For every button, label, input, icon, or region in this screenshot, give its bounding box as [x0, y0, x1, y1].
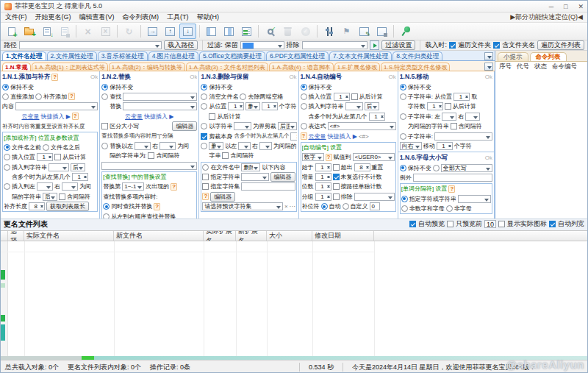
clear-name-radio[interactable] — [201, 93, 207, 100]
insert-pos-spinner[interactable]: 1 — [37, 153, 53, 161]
table-edit-icon[interactable] — [356, 24, 373, 39]
spec-string-checkbox[interactable] — [202, 174, 209, 180]
replacement-combo[interactable] — [101, 162, 197, 170]
right-string-combo[interactable] — [159, 142, 176, 150]
target-string-combo[interactable] — [345, 102, 363, 110]
pin-icon[interactable] — [397, 24, 414, 39]
menu-start-rename[interactable]: 开始更名(G) — [35, 13, 71, 22]
find-combo[interactable] — [123, 93, 197, 101]
path-input[interactable] — [19, 41, 162, 49]
keep-radio[interactable] — [201, 84, 207, 90]
substring-combo[interactable] — [434, 132, 492, 141]
move-right-icon[interactable] — [144, 24, 161, 39]
table-export-icon[interactable] — [373, 24, 390, 39]
col-modified-date[interactable]: 修改日期 — [312, 231, 374, 241]
exclude-filter-input[interactable] — [302, 41, 368, 49]
sep-pos-select[interactable]: 后 — [43, 193, 57, 201]
auto-column-width-checkbox[interactable] — [549, 221, 556, 227]
load-list-icon[interactable] — [38, 24, 55, 39]
overflow-spinner[interactable]: 8 — [354, 163, 370, 171]
include-folder-name-checkbox[interactable] — [493, 42, 500, 49]
save-list-icon[interactable] — [56, 24, 73, 39]
file-table-body[interactable] — [1, 241, 587, 356]
keep-radio[interactable] — [101, 84, 108, 90]
expression-combo[interactable]: <#> — [328, 122, 396, 130]
menu-command-list[interactable]: 命令列表(M) — [123, 13, 159, 22]
get-longest-button[interactable]: 获取列表最长 — [46, 202, 89, 211]
insert-pos-radio[interactable] — [4, 154, 10, 160]
col-code[interactable]: 代号 — [517, 63, 529, 71]
before-name-radio[interactable] — [4, 144, 10, 151]
auto-preview-checkbox[interactable] — [409, 221, 416, 227]
split-left-column-icon[interactable] — [203, 24, 220, 39]
keep-radio[interactable] — [400, 84, 406, 90]
expression-radio[interactable] — [301, 123, 307, 129]
exclude-checkbox[interactable] — [333, 193, 340, 200]
count-spinner[interactable]: 1 — [262, 102, 278, 110]
auto-pad-radio[interactable] — [321, 203, 328, 210]
left-string-combo[interactable] — [442, 113, 456, 121]
case-mode-select[interactable]: 全部大写 — [441, 164, 492, 172]
filter-settings-button[interactable]: 过滤设置 — [381, 40, 415, 50]
direct-add-radio[interactable] — [2, 93, 9, 100]
substring-pos-radio[interactable] — [400, 93, 406, 100]
tab-filename[interactable]: 1.文件名处理 — [2, 51, 46, 60]
keep-radio[interactable] — [301, 84, 307, 90]
replace-combo[interactable] — [123, 102, 197, 110]
col-new-ext[interactable]: 新扩展名 — [236, 231, 267, 241]
preset-charset-select[interactable]: 请选择预设字符集 — [202, 202, 283, 210]
spec-chars-radio[interactable] — [401, 196, 408, 202]
left-string-combo[interactable] — [135, 142, 151, 150]
spec-chars-combo[interactable] — [458, 195, 491, 203]
insert-pos-spinner[interactable]: 1 — [334, 93, 350, 101]
trash-icon[interactable] — [279, 24, 296, 39]
keep-radio[interactable] — [400, 165, 406, 171]
col-index[interactable]: 序号 — [499, 63, 512, 71]
more-subtabs-button[interactable] — [484, 63, 493, 71]
help-icon[interactable]: ? — [448, 185, 455, 193]
traverse-file-list-button[interactable]: 遍历文件列表 — [537, 40, 584, 50]
charset-editor-button[interactable]: 编辑器 — [210, 192, 235, 202]
pos-spinner[interactable]: 1 — [228, 102, 244, 110]
subtab-mapping-list[interactable]: 1.A.高级(3)：文件名对照列表 — [186, 63, 268, 71]
overflow-checkbox[interactable] — [333, 164, 340, 171]
menu-tools[interactable]: 工具(T) — [167, 13, 189, 22]
pad-add-radio[interactable] — [35, 93, 42, 100]
nth-occurrence-spinner[interactable]: 1 — [290, 132, 296, 141]
nth-occurrence-spinner[interactable]: 1 — [72, 173, 88, 181]
exclude-combo[interactable] — [354, 193, 395, 201]
delete-mode-select3[interactable]: 删除 — [241, 163, 260, 171]
start-spinner[interactable]: 1 — [315, 163, 331, 171]
col-size[interactable]: 大小 — [267, 231, 312, 241]
limit-count-input[interactable]: 10 — [484, 220, 496, 228]
before-after-select[interactable]: 后 — [365, 102, 379, 110]
skip-unchecked-checkbox[interactable] — [333, 174, 340, 180]
delete-between-radio[interactable] — [201, 143, 207, 149]
help-icon[interactable]: ? — [68, 93, 75, 100]
help-icon[interactable]: ? — [154, 203, 160, 210]
close-button[interactable]: ✕ — [578, 3, 584, 10]
increment-spinner[interactable]: 1 — [315, 173, 331, 181]
add-folder-icon[interactable] — [21, 24, 37, 39]
simultaneous-radio[interactable] — [103, 203, 110, 210]
col-actual-filename[interactable]: 实际文件名 — [24, 231, 114, 241]
include-sep-checkbox[interactable] — [59, 193, 65, 200]
maximize-button[interactable]: □ — [564, 3, 567, 10]
count-spinner[interactable]: 1 — [427, 102, 443, 110]
show-icons-checkbox[interactable] — [498, 221, 505, 227]
target-string-combo[interactable] — [49, 163, 69, 171]
assign-target-select[interactable]: <USER0> — [353, 153, 395, 161]
tab-pdf-attr[interactable]: 6.PDF文档属性处理 — [266, 51, 329, 60]
from-end-checkbox[interactable] — [445, 103, 451, 110]
col-cmd-number[interactable]: 命令编号 — [552, 63, 577, 71]
side-select[interactable]: 后面 — [278, 122, 297, 130]
editor-button[interactable]: 编辑器 — [270, 172, 295, 182]
col-new-filename[interactable]: 新文件名 — [114, 231, 204, 241]
menu-edit-view[interactable]: 编辑查看(V) — [79, 13, 115, 22]
move-spinner[interactable]: 1 — [437, 142, 453, 150]
col-select[interactable]: 选择 — [8, 231, 24, 241]
split-middle-column-icon[interactable] — [220, 24, 237, 39]
custom-pad-input[interactable]: 0 — [370, 202, 380, 210]
subtab-encoding[interactable]: 1.A.高级(2)：编码与转换等 — [109, 63, 185, 71]
case-sensitive-checkbox[interactable] — [101, 123, 108, 129]
